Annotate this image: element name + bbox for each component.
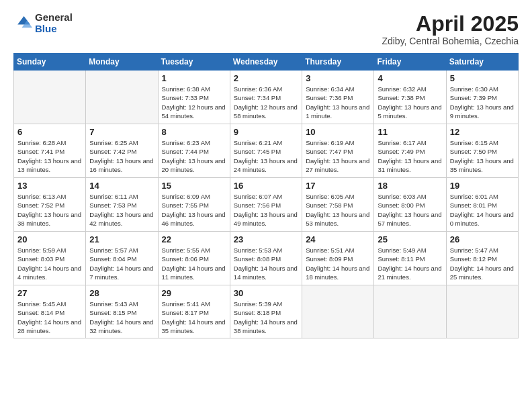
table-row: 5Sunrise: 6:30 AMSunset: 7:39 PMDaylight…: [446, 71, 518, 124]
day-info: Sunrise: 6:15 AMSunset: 7:50 PMDaylight:…: [450, 138, 515, 174]
table-row: 8Sunrise: 6:23 AMSunset: 7:44 PMDaylight…: [158, 124, 230, 178]
table-row: 22Sunrise: 5:55 AMSunset: 8:06 PMDayligh…: [158, 232, 230, 285]
header-tuesday: Tuesday: [158, 54, 230, 71]
table-row: 28Sunrise: 5:43 AMSunset: 8:15 PMDayligh…: [86, 285, 158, 338]
table-row: 29Sunrise: 5:41 AMSunset: 8:17 PMDayligh…: [158, 285, 230, 338]
table-row: 2Sunrise: 6:36 AMSunset: 7:34 PMDaylight…: [230, 71, 302, 124]
table-row: 25Sunrise: 5:49 AMSunset: 8:11 PMDayligh…: [374, 232, 446, 285]
day-info: Sunrise: 5:49 AMSunset: 8:11 PMDaylight:…: [378, 246, 442, 281]
page: General Blue April 2025 Zdiby, Central B…: [0, 0, 532, 411]
logo-blue: Blue: [35, 24, 73, 35]
header: General Blue April 2025 Zdiby, Central B…: [13, 12, 519, 46]
calendar-row: 1Sunrise: 6:38 AMSunset: 7:33 PMDaylight…: [14, 71, 519, 124]
day-number: 23: [234, 234, 298, 244]
day-number: 9: [234, 127, 298, 137]
day-number: 14: [89, 181, 154, 191]
day-number: 28: [89, 288, 154, 298]
day-number: 20: [17, 234, 82, 244]
day-number: 4: [378, 73, 442, 83]
header-friday: Friday: [374, 54, 446, 71]
table-row: 15Sunrise: 6:09 AMSunset: 7:55 PMDayligh…: [158, 178, 230, 232]
table-row: 6Sunrise: 6:28 AMSunset: 7:41 PMDaylight…: [14, 124, 86, 178]
logo-text: General Blue: [35, 12, 73, 34]
table-row: 11Sunrise: 6:17 AMSunset: 7:49 PMDayligh…: [374, 124, 446, 178]
day-info: Sunrise: 5:57 AMSunset: 8:04 PMDaylight:…: [89, 246, 154, 281]
day-info: Sunrise: 6:13 AMSunset: 7:52 PMDaylight:…: [17, 192, 82, 228]
day-info: Sunrise: 6:09 AMSunset: 7:55 PMDaylight:…: [162, 192, 226, 228]
day-info: Sunrise: 6:23 AMSunset: 7:44 PMDaylight:…: [162, 138, 226, 174]
day-info: Sunrise: 6:36 AMSunset: 7:34 PMDaylight:…: [234, 85, 298, 120]
day-info: Sunrise: 6:03 AMSunset: 8:00 PMDaylight:…: [378, 192, 442, 228]
title-block: April 2025 Zdiby, Central Bohemia, Czech…: [382, 12, 519, 46]
day-info: Sunrise: 6:38 AMSunset: 7:33 PMDaylight:…: [162, 85, 226, 120]
table-row: [374, 285, 446, 338]
day-info: Sunrise: 5:59 AMSunset: 8:03 PMDaylight:…: [17, 246, 82, 281]
day-info: Sunrise: 6:34 AMSunset: 7:36 PMDaylight:…: [306, 85, 370, 120]
table-row: 3Sunrise: 6:34 AMSunset: 7:36 PMDaylight…: [302, 71, 374, 124]
table-row: 30Sunrise: 5:39 AMSunset: 8:18 PMDayligh…: [230, 285, 302, 338]
month-title: April 2025: [382, 12, 519, 36]
table-row: 17Sunrise: 6:05 AMSunset: 7:58 PMDayligh…: [302, 178, 374, 232]
calendar: Sunday Monday Tuesday Wednesday Thursday…: [13, 53, 519, 338]
day-number: 6: [17, 127, 82, 137]
header-thursday: Thursday: [302, 54, 374, 71]
header-monday: Monday: [86, 54, 158, 71]
table-row: 10Sunrise: 6:19 AMSunset: 7:47 PMDayligh…: [302, 124, 374, 178]
table-row: [86, 71, 158, 124]
day-number: 19: [450, 181, 515, 191]
table-row: 12Sunrise: 6:15 AMSunset: 7:50 PMDayligh…: [446, 124, 518, 178]
calendar-row: 6Sunrise: 6:28 AMSunset: 7:41 PMDaylight…: [14, 124, 519, 178]
day-number: 15: [162, 181, 226, 191]
logo-general: General: [35, 12, 73, 24]
day-number: 5: [450, 73, 515, 83]
day-number: 1: [162, 73, 226, 83]
day-info: Sunrise: 6:05 AMSunset: 7:58 PMDaylight:…: [306, 192, 370, 228]
day-number: 25: [378, 234, 442, 244]
day-number: 24: [306, 234, 370, 244]
day-info: Sunrise: 6:21 AMSunset: 7:45 PMDaylight:…: [234, 138, 298, 174]
day-info: Sunrise: 6:28 AMSunset: 7:41 PMDaylight:…: [17, 138, 82, 174]
day-info: Sunrise: 5:41 AMSunset: 8:17 PMDaylight:…: [162, 300, 226, 335]
day-info: Sunrise: 6:19 AMSunset: 7:47 PMDaylight:…: [306, 138, 370, 174]
header-sunday: Sunday: [14, 54, 86, 71]
table-row: 18Sunrise: 6:03 AMSunset: 8:00 PMDayligh…: [374, 178, 446, 232]
day-number: 10: [306, 127, 370, 137]
day-number: 13: [17, 181, 82, 191]
day-number: 21: [89, 234, 154, 244]
table-row: 27Sunrise: 5:45 AMSunset: 8:14 PMDayligh…: [14, 285, 86, 338]
table-row: 21Sunrise: 5:57 AMSunset: 8:04 PMDayligh…: [86, 232, 158, 285]
day-number: 29: [162, 288, 226, 298]
table-row: [14, 71, 86, 124]
day-number: 16: [234, 181, 298, 191]
day-number: 30: [234, 288, 298, 298]
calendar-row: 27Sunrise: 5:45 AMSunset: 8:14 PMDayligh…: [14, 285, 519, 338]
day-info: Sunrise: 5:53 AMSunset: 8:08 PMDaylight:…: [234, 246, 298, 281]
day-number: 12: [450, 127, 515, 137]
day-number: 22: [162, 234, 226, 244]
table-row: 9Sunrise: 6:21 AMSunset: 7:45 PMDaylight…: [230, 124, 302, 178]
day-info: Sunrise: 5:45 AMSunset: 8:14 PMDaylight:…: [17, 300, 82, 335]
table-row: 1Sunrise: 6:38 AMSunset: 7:33 PMDaylight…: [158, 71, 230, 124]
table-row: 19Sunrise: 6:01 AMSunset: 8:01 PMDayligh…: [446, 178, 518, 232]
table-row: [302, 285, 374, 338]
logo: General Blue: [13, 12, 73, 34]
day-info: Sunrise: 6:01 AMSunset: 8:01 PMDaylight:…: [450, 192, 515, 228]
day-number: 8: [162, 127, 226, 137]
calendar-row: 20Sunrise: 5:59 AMSunset: 8:03 PMDayligh…: [14, 232, 519, 285]
weekday-header-row: Sunday Monday Tuesday Wednesday Thursday…: [14, 54, 519, 71]
day-info: Sunrise: 5:39 AMSunset: 8:18 PMDaylight:…: [234, 300, 298, 335]
table-row: 16Sunrise: 6:07 AMSunset: 7:56 PMDayligh…: [230, 178, 302, 232]
day-info: Sunrise: 5:51 AMSunset: 8:09 PMDaylight:…: [306, 246, 370, 281]
table-row: 7Sunrise: 6:25 AMSunset: 7:42 PMDaylight…: [86, 124, 158, 178]
header-wednesday: Wednesday: [230, 54, 302, 71]
day-number: 2: [234, 73, 298, 83]
table-row: 20Sunrise: 5:59 AMSunset: 8:03 PMDayligh…: [14, 232, 86, 285]
day-info: Sunrise: 6:11 AMSunset: 7:53 PMDaylight:…: [89, 192, 154, 228]
day-info: Sunrise: 5:43 AMSunset: 8:15 PMDaylight:…: [89, 300, 154, 335]
day-info: Sunrise: 6:32 AMSunset: 7:38 PMDaylight:…: [378, 85, 442, 120]
day-number: 7: [89, 127, 154, 137]
day-info: Sunrise: 6:17 AMSunset: 7:49 PMDaylight:…: [378, 138, 442, 174]
header-saturday: Saturday: [446, 54, 518, 71]
day-number: 17: [306, 181, 370, 191]
day-number: 18: [378, 181, 442, 191]
